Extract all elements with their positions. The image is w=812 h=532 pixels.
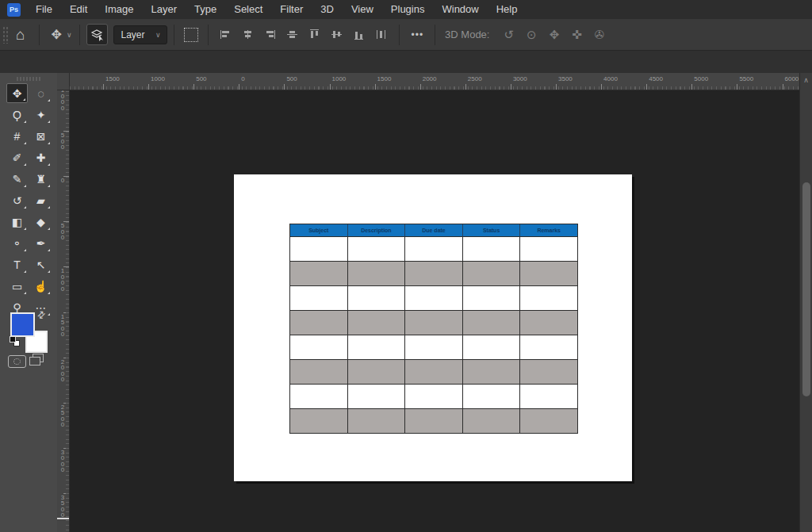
pan-3d-icon[interactable]: ✥ [543,28,566,42]
hand-tool[interactable]: ☝ [30,276,52,296]
auto-select-target-dropdown[interactable]: Layer ∨ [113,25,167,44]
distribute-h-icon[interactable] [376,29,387,40]
show-transform-controls-icon[interactable] [184,28,198,42]
default-black-swatch [10,336,16,343]
table-cell [405,286,463,310]
table-cell [520,385,577,408]
table-cell [405,237,463,261]
quick-mask-button[interactable] [8,355,26,368]
ruler-tick [465,84,466,90]
rectangle-tool[interactable]: ▭ [6,276,28,296]
ruler-tick [420,84,421,90]
path-select-tool[interactable]: ↖ [30,255,52,274]
ruler-label: 5000 [694,75,708,82]
eyedropper-tool[interactable]: ✐ [6,147,28,167]
ruler-tick [511,84,511,90]
dodge-tool[interactable]: ⚬ [6,233,28,253]
scrollbar-thumb[interactable] [802,182,810,396]
document-canvas[interactable]: SubjectDescriptionDue dateStatusRemarks [234,174,632,481]
align-bottom-icon[interactable] [354,29,365,40]
menu-item-plugins[interactable]: Plugins [382,0,434,19]
divider [174,25,174,45]
default-colors-icon[interactable] [10,336,21,347]
auto-select-layers-icon[interactable] [86,24,108,45]
history-brush-tool[interactable]: ↺ [6,190,28,210]
frame-tool[interactable]: ⊠ [30,126,52,146]
ruler-label: 4000 [603,75,618,82]
roll-3d-icon[interactable]: ⊙ [520,28,543,42]
blur-tool[interactable]: ◆ [30,212,52,232]
table-cell [348,409,406,433]
menu-item-help[interactable]: Help [488,0,527,19]
healing-brush-tool[interactable]: ✚ [30,147,52,167]
divider [399,25,400,45]
align-left-icon[interactable] [220,29,232,40]
ruler-label: 1000 [151,75,165,82]
menu-item-layer[interactable]: Layer [143,0,186,19]
menu-item-select[interactable]: Select [225,0,271,19]
menu-item-edit[interactable]: Edit [61,0,96,19]
quick-mask-circle-icon [13,358,21,365]
scroll-up-icon[interactable]: ∧ [800,75,812,86]
divider [39,25,40,45]
distribute-v-center-icon[interactable] [287,29,298,40]
table-cell [463,262,521,285]
type-tool[interactable]: T [6,255,28,274]
more-options-icon[interactable]: ••• [406,30,428,40]
divider [79,25,80,45]
home-icon[interactable]: ⌂ [8,27,33,42]
ruler-tick [148,84,149,90]
table-cell [348,262,406,285]
vertical-scrollbar[interactable]: ∧ [799,73,812,532]
menu-item-file[interactable]: File [27,0,61,19]
options-bar-grip-icon[interactable] [2,26,8,44]
move-tool[interactable]: ✥ [6,83,28,103]
svg-table: SubjectDescriptionDue dateStatusRemarks [289,224,578,434]
brush-tool[interactable]: ✎ [6,169,28,189]
menu-item-window[interactable]: Window [433,0,487,19]
align-right-icon[interactable] [265,29,276,40]
ruler-label: 1500 [105,75,120,82]
pen-tool[interactable]: ✒ [30,233,52,253]
table-cell [463,335,521,359]
crop-tool[interactable]: # [6,126,28,146]
align-top-icon[interactable] [309,29,320,40]
table-cell [520,311,577,335]
ruler-label: 6000 [785,75,799,82]
menu-item-view[interactable]: View [343,0,382,19]
clone-stamp-tool[interactable]: ♜ [30,169,52,189]
table-cell [348,286,406,310]
eraser-tool[interactable]: ▰ [30,190,52,210]
ruler-label: 2000 [423,75,437,82]
ruler-label: 5500 [739,75,753,82]
elliptical-marquee-tool[interactable]: ◌ [30,83,52,103]
move-tool-option-icon[interactable]: ✥ [46,29,66,41]
lasso-tool[interactable]: Ϙ [6,105,28,124]
table-cell [405,311,463,335]
foreground-color-swatch[interactable] [10,312,35,337]
ruler-tick [63,403,69,404]
canvas-pasteboard[interactable]: SubjectDescriptionDue dateStatusRemarks [70,90,799,532]
ruler-label: 500 [196,75,206,82]
ruler-tick [63,358,69,358]
menu-item-type[interactable]: Type [186,0,225,19]
magic-wand-tool[interactable]: ✦ [30,105,52,124]
vertical-ruler: 1 0 0 05 0 005 0 01 0 0 01 5 0 02 0 0 02… [57,73,70,532]
menu-item-image[interactable]: Image [96,0,142,19]
divider [435,25,435,45]
tools-panel-grip-icon[interactable] [17,77,40,81]
slide-3d-icon[interactable]: ✜ [565,28,588,42]
align-v-center-icon[interactable] [331,29,343,40]
ruler-label: 3 0 0 0 [59,450,66,473]
chevron-down-icon[interactable]: ∨ [67,31,74,39]
align-h-center-icon[interactable] [243,29,254,40]
table-cell [348,335,406,359]
table-cell [348,385,406,408]
camera-3d-icon[interactable]: ✇ [588,28,611,42]
table-cell [290,237,348,261]
paint-bucket-tool[interactable]: ◧ [6,212,28,232]
screen-mode-button[interactable] [33,354,44,362]
menu-item-filter[interactable]: Filter [271,0,312,19]
menu-item-3d[interactable]: 3D [312,0,343,19]
orbit-3d-icon[interactable]: ↺ [497,28,520,42]
